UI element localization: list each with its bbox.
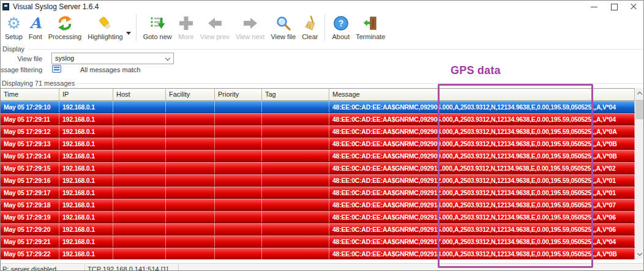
cell-message: 48:EE:0C:AD:EE:AA$GNRMC,092912.000,A,250… xyxy=(329,174,635,186)
cell-ip: 192.168.0.1 xyxy=(59,138,113,149)
cell-time: May 05 17:29:12 xyxy=(1,125,59,137)
broom-icon xyxy=(302,14,318,32)
toolbar: ⚙ Setup A Font Processing xyxy=(1,13,643,45)
cell-time: May 05 17:29:18 xyxy=(1,199,59,210)
cell-priority xyxy=(215,101,262,113)
cell-facility xyxy=(166,138,215,149)
window-title: Visual Syslog Server 1.6.4 xyxy=(13,2,99,11)
column-header-ip[interactable]: IP xyxy=(59,89,113,100)
table-row[interactable]: May 05 17:29:20192.168.0.148:EE:0C:AD:EE… xyxy=(1,223,635,236)
cell-priority xyxy=(215,125,262,137)
maximize-button[interactable] xyxy=(604,1,624,13)
cell-tag xyxy=(262,101,329,113)
gps-data-annotation-label: GPS data xyxy=(451,64,549,77)
arrow-right-icon xyxy=(242,14,258,32)
grid-header: TimeIPHostFacilityPriorityTagMessage xyxy=(1,89,635,101)
filter-status-text: All messages match xyxy=(80,66,140,73)
table-row[interactable]: May 05 17:29:10192.168.0.148:EE:0C:AD:EE… xyxy=(1,101,635,113)
table-row[interactable]: May 05 17:29:21192.168.0.148:EE:0C:AD:EE… xyxy=(1,236,635,248)
cell-host xyxy=(113,187,166,198)
highlighting-dropdown-caret[interactable] xyxy=(126,32,131,35)
processing-button[interactable]: Processing xyxy=(45,13,84,43)
column-header-tag[interactable]: Tag xyxy=(262,89,329,100)
cell-facility xyxy=(166,211,215,223)
view-file-button[interactable]: View file xyxy=(268,13,299,43)
cell-facility xyxy=(166,187,215,198)
table-row[interactable]: May 05 17:29:13192.168.0.148:EE:0C:AD:EE… xyxy=(1,138,635,150)
cell-facility xyxy=(166,248,215,259)
cell-message: 48:EE:0C:AD:EE:AA$GNRMC,092912.000,A,250… xyxy=(329,187,635,198)
minimize-button[interactable] xyxy=(585,1,604,13)
view-prev-button[interactable]: View prev xyxy=(197,13,233,43)
table-row[interactable]: May 05 17:29:22192.168.0.148:EE:0C:AD:EE… xyxy=(1,248,635,259)
cell-ip: 192.168.0.1 xyxy=(59,125,113,137)
status-divider xyxy=(178,264,179,271)
clear-button[interactable]: Clear xyxy=(299,13,321,43)
cell-priority xyxy=(215,113,262,125)
table-row[interactable]: May 05 17:29:17192.168.0.148:EE:0C:AD:EE… xyxy=(1,187,635,199)
cell-ip: 192.168.0.1 xyxy=(59,187,113,198)
cell-message: 48:EE:0C:AD:EE:AA$GNRMC,092909.000,A,250… xyxy=(329,150,635,161)
more-button[interactable]: More xyxy=(175,13,197,43)
terminate-button[interactable]: Terminate xyxy=(353,13,388,43)
cell-host xyxy=(113,223,166,235)
svg-text:?: ? xyxy=(339,18,344,28)
scroll-up-button[interactable] xyxy=(635,88,644,98)
cell-message: 48:EE:0C:AD:EE:AA$GNRMC,092906.000,A,250… xyxy=(329,101,635,113)
column-header-message[interactable]: Message xyxy=(329,89,635,100)
column-header-time[interactable]: Time xyxy=(1,89,59,100)
table-row[interactable]: May 05 17:29:14192.168.0.148:EE:0C:AD:EE… xyxy=(1,150,635,162)
cell-ip: 192.168.0.1 xyxy=(59,199,113,210)
cell-tag xyxy=(262,138,329,149)
scroll-down-button[interactable] xyxy=(635,249,644,259)
cell-time: May 05 17:29:14 xyxy=(1,150,59,161)
chevron-down-icon xyxy=(165,56,170,61)
column-header-priority[interactable]: Priority xyxy=(215,89,262,100)
cell-host xyxy=(113,174,166,186)
cell-facility xyxy=(166,174,215,186)
cell-message: 48:EE:0C:AD:EE:AA$GNRMC,092908.000,A,250… xyxy=(329,125,635,137)
cell-tag xyxy=(262,150,329,161)
close-button[interactable] xyxy=(624,1,643,13)
goto-new-icon xyxy=(149,14,165,32)
tcp-status-text: TCP 192.168.0.141:514 [1] xyxy=(88,265,168,271)
cell-priority xyxy=(215,236,262,247)
cell-priority xyxy=(215,199,262,210)
goto-new-button[interactable]: Goto new xyxy=(140,13,175,43)
cell-priority xyxy=(215,223,262,235)
scrollbar-thumb[interactable] xyxy=(635,100,644,119)
table-row[interactable]: May 05 17:29:15192.168.0.148:EE:0C:AD:EE… xyxy=(1,162,635,174)
cell-tag xyxy=(262,162,329,174)
cell-ip: 192.168.0.1 xyxy=(59,248,113,259)
font-button[interactable]: A Font xyxy=(26,13,45,43)
about-button[interactable]: ? About xyxy=(329,13,353,43)
table-row[interactable]: May 05 17:29:12192.168.0.148:EE:0C:AD:EE… xyxy=(1,125,635,138)
highlighting-button[interactable]: Highlighting xyxy=(84,13,125,43)
cell-time: May 05 17:29:22 xyxy=(1,248,59,259)
cell-host xyxy=(113,101,166,113)
table-row[interactable]: May 05 17:29:16192.168.0.148:EE:0C:AD:EE… xyxy=(1,174,635,187)
column-header-facility[interactable]: Facility xyxy=(166,89,215,100)
cell-priority xyxy=(215,248,262,259)
view-next-button[interactable]: View next xyxy=(233,13,268,43)
messages-group-line xyxy=(73,83,643,84)
cell-tag xyxy=(262,174,329,186)
toolbar-separator xyxy=(136,14,137,41)
setup-button[interactable]: ⚙ Setup xyxy=(2,13,26,43)
table-row[interactable]: May 05 17:29:11192.168.0.148:EE:0C:AD:EE… xyxy=(1,113,635,125)
cell-message: 48:EE:0C:AD:EE:AA$GNRMC,092917.000,A,250… xyxy=(329,236,635,247)
view-file-select[interactable]: syslog xyxy=(51,53,174,64)
table-row[interactable]: May 05 17:29:18192.168.0.148:EE:0C:AD:EE… xyxy=(1,199,635,211)
vertical-scrollbar[interactable] xyxy=(635,88,644,259)
view-file-value: syslog xyxy=(55,54,74,62)
cell-time: May 05 17:29:20 xyxy=(1,223,59,235)
highlighter-icon xyxy=(97,14,113,32)
cell-host xyxy=(113,138,166,149)
filter-icon[interactable] xyxy=(52,65,61,73)
table-row[interactable]: May 05 17:29:19192.168.0.148:EE:0C:AD:EE… xyxy=(1,211,635,223)
refresh-arrows-icon xyxy=(57,14,73,32)
display-group-label: Display xyxy=(2,45,27,53)
column-header-host[interactable]: Host xyxy=(113,89,166,100)
cell-host xyxy=(113,236,166,247)
cell-facility xyxy=(166,101,215,113)
